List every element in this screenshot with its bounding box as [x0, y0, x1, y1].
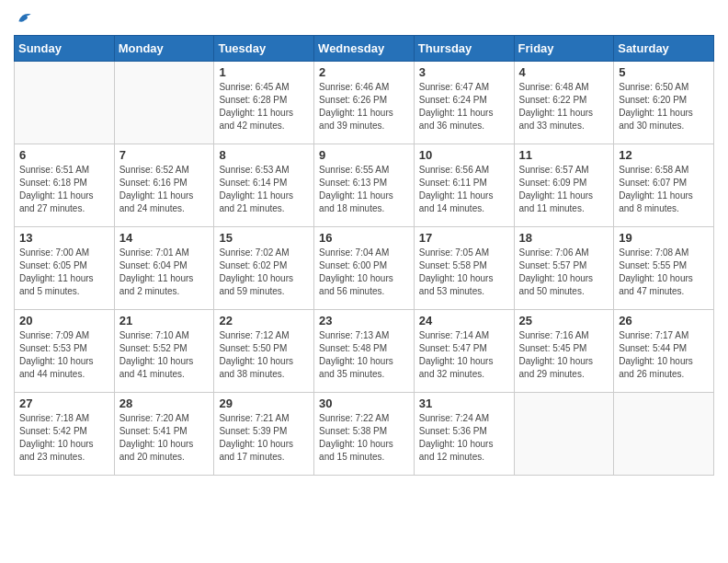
calendar-cell: [614, 393, 714, 476]
day-number: 30: [319, 396, 409, 410]
weekday-header-wednesday: Wednesday: [314, 36, 415, 62]
day-number: 1: [219, 65, 309, 79]
calendar-cell: 6Sunrise: 6:51 AM Sunset: 6:18 PM Daylig…: [15, 144, 115, 227]
day-number: 4: [519, 65, 609, 79]
calendar-cell: 26Sunrise: 7:17 AM Sunset: 5:44 PM Dayli…: [614, 310, 714, 393]
calendar-cell: 30Sunrise: 7:22 AM Sunset: 5:38 PM Dayli…: [314, 393, 415, 476]
calendar-cell: 27Sunrise: 7:18 AM Sunset: 5:42 PM Dayli…: [15, 393, 115, 476]
calendar-cell: 24Sunrise: 7:14 AM Sunset: 5:47 PM Dayli…: [414, 310, 514, 393]
day-info: Sunrise: 6:48 AM Sunset: 6:22 PM Dayligh…: [519, 81, 609, 132]
calendar-cell: 4Sunrise: 6:48 AM Sunset: 6:22 PM Daylig…: [514, 62, 614, 144]
weekday-header-friday: Friday: [514, 36, 614, 62]
calendar-cell: 5Sunrise: 6:50 AM Sunset: 6:20 PM Daylig…: [614, 62, 714, 144]
calendar-cell: 2Sunrise: 6:46 AM Sunset: 6:26 PM Daylig…: [314, 62, 415, 144]
calendar-cell: 31Sunrise: 7:24 AM Sunset: 5:36 PM Dayli…: [414, 393, 514, 476]
calendar-cell: 8Sunrise: 6:53 AM Sunset: 6:14 PM Daylig…: [214, 144, 314, 227]
calendar-cell: 29Sunrise: 7:21 AM Sunset: 5:39 PM Dayli…: [214, 393, 314, 476]
day-info: Sunrise: 7:21 AM Sunset: 5:39 PM Dayligh…: [219, 412, 309, 464]
day-number: 25: [519, 314, 609, 327]
day-number: 10: [419, 148, 509, 162]
day-number: 14: [119, 231, 210, 245]
calendar-cell: 11Sunrise: 6:57 AM Sunset: 6:09 PM Dayli…: [514, 144, 614, 227]
day-number: 26: [619, 314, 709, 327]
calendar-week-row: 27Sunrise: 7:18 AM Sunset: 5:42 PM Dayli…: [15, 393, 714, 476]
calendar-week-row: 13Sunrise: 7:00 AM Sunset: 6:05 PM Dayli…: [15, 227, 714, 310]
calendar-cell: 22Sunrise: 7:12 AM Sunset: 5:50 PM Dayli…: [214, 310, 314, 393]
day-info: Sunrise: 6:52 AM Sunset: 6:16 PM Dayligh…: [119, 164, 210, 215]
day-number: 21: [119, 314, 210, 327]
calendar-cell: 18Sunrise: 7:06 AM Sunset: 5:57 PM Dayli…: [514, 227, 614, 310]
calendar-cell: 3Sunrise: 6:47 AM Sunset: 6:24 PM Daylig…: [414, 62, 514, 144]
day-info: Sunrise: 7:24 AM Sunset: 5:36 PM Dayligh…: [419, 412, 509, 464]
day-info: Sunrise: 7:04 AM Sunset: 6:00 PM Dayligh…: [319, 247, 409, 298]
day-info: Sunrise: 7:06 AM Sunset: 5:57 PM Dayligh…: [519, 247, 609, 298]
day-number: 20: [19, 314, 109, 327]
calendar-cell: 20Sunrise: 7:09 AM Sunset: 5:53 PM Dayli…: [15, 310, 115, 393]
calendar-cell: 23Sunrise: 7:13 AM Sunset: 5:48 PM Dayli…: [314, 310, 415, 393]
logo: [14, 9, 34, 28]
day-info: Sunrise: 7:08 AM Sunset: 5:55 PM Dayligh…: [619, 247, 709, 298]
day-info: Sunrise: 6:45 AM Sunset: 6:28 PM Dayligh…: [219, 81, 309, 132]
day-number: 12: [619, 148, 709, 162]
day-number: 31: [419, 396, 509, 410]
day-info: Sunrise: 7:10 AM Sunset: 5:52 PM Dayligh…: [119, 329, 210, 381]
day-number: 6: [19, 148, 109, 162]
day-info: Sunrise: 7:00 AM Sunset: 6:05 PM Dayligh…: [19, 247, 109, 298]
calendar-cell: 14Sunrise: 7:01 AM Sunset: 6:04 PM Dayli…: [114, 227, 214, 310]
weekday-header-thursday: Thursday: [414, 36, 514, 62]
calendar-cell: 15Sunrise: 7:02 AM Sunset: 6:02 PM Dayli…: [214, 227, 314, 310]
calendar-cell: 17Sunrise: 7:05 AM Sunset: 5:58 PM Dayli…: [414, 227, 514, 310]
day-info: Sunrise: 7:22 AM Sunset: 5:38 PM Dayligh…: [319, 412, 409, 464]
day-number: 24: [419, 314, 509, 327]
day-info: Sunrise: 7:17 AM Sunset: 5:44 PM Dayligh…: [619, 329, 709, 381]
calendar-cell: 28Sunrise: 7:20 AM Sunset: 5:41 PM Dayli…: [114, 393, 214, 476]
day-info: Sunrise: 7:16 AM Sunset: 5:45 PM Dayligh…: [519, 329, 609, 381]
day-info: Sunrise: 6:47 AM Sunset: 6:24 PM Dayligh…: [419, 81, 509, 132]
day-info: Sunrise: 6:57 AM Sunset: 6:09 PM Dayligh…: [519, 164, 609, 215]
day-info: Sunrise: 7:02 AM Sunset: 6:02 PM Dayligh…: [219, 247, 309, 298]
day-info: Sunrise: 6:50 AM Sunset: 6:20 PM Dayligh…: [619, 81, 709, 132]
calendar-cell: [514, 393, 614, 476]
day-info: Sunrise: 7:13 AM Sunset: 5:48 PM Dayligh…: [319, 329, 409, 381]
calendar-cell: 1Sunrise: 6:45 AM Sunset: 6:28 PM Daylig…: [214, 62, 314, 144]
day-info: Sunrise: 6:55 AM Sunset: 6:13 PM Dayligh…: [319, 164, 409, 215]
calendar-cell: 21Sunrise: 7:10 AM Sunset: 5:52 PM Dayli…: [114, 310, 214, 393]
calendar-table: SundayMondayTuesdayWednesdayThursdayFrid…: [14, 35, 714, 476]
calendar-week-row: 20Sunrise: 7:09 AM Sunset: 5:53 PM Dayli…: [15, 310, 714, 393]
weekday-header-monday: Monday: [114, 36, 214, 62]
calendar-cell: [114, 62, 214, 144]
day-number: 15: [219, 231, 309, 245]
weekday-header-saturday: Saturday: [614, 36, 714, 62]
day-number: 27: [19, 396, 109, 410]
calendar-cell: 13Sunrise: 7:00 AM Sunset: 6:05 PM Dayli…: [15, 227, 115, 310]
page-header: [14, 9, 714, 28]
day-number: 16: [319, 231, 409, 245]
day-info: Sunrise: 7:05 AM Sunset: 5:58 PM Dayligh…: [419, 247, 509, 298]
day-info: Sunrise: 7:18 AM Sunset: 5:42 PM Dayligh…: [19, 412, 109, 464]
calendar-cell: 16Sunrise: 7:04 AM Sunset: 6:00 PM Dayli…: [314, 227, 415, 310]
day-info: Sunrise: 7:14 AM Sunset: 5:47 PM Dayligh…: [419, 329, 509, 381]
day-number: 13: [19, 231, 109, 245]
weekday-header-row: SundayMondayTuesdayWednesdayThursdayFrid…: [15, 36, 714, 62]
day-info: Sunrise: 6:51 AM Sunset: 6:18 PM Dayligh…: [19, 164, 109, 215]
day-info: Sunrise: 6:46 AM Sunset: 6:26 PM Dayligh…: [319, 81, 409, 132]
calendar-week-row: 1Sunrise: 6:45 AM Sunset: 6:28 PM Daylig…: [15, 62, 714, 144]
day-info: Sunrise: 7:12 AM Sunset: 5:50 PM Dayligh…: [219, 329, 309, 381]
day-info: Sunrise: 7:20 AM Sunset: 5:41 PM Dayligh…: [119, 412, 210, 464]
day-info: Sunrise: 7:09 AM Sunset: 5:53 PM Dayligh…: [19, 329, 109, 381]
day-number: 18: [519, 231, 609, 245]
day-number: 17: [419, 231, 509, 245]
day-number: 8: [219, 148, 309, 162]
calendar-cell: [15, 62, 115, 144]
day-number: 11: [519, 148, 609, 162]
calendar-cell: 10Sunrise: 6:56 AM Sunset: 6:11 PM Dayli…: [414, 144, 514, 227]
day-number: 23: [319, 314, 409, 327]
weekday-header-tuesday: Tuesday: [214, 36, 314, 62]
logo-bird-icon: [16, 9, 34, 28]
day-info: Sunrise: 7:01 AM Sunset: 6:04 PM Dayligh…: [119, 247, 210, 298]
calendar-cell: 7Sunrise: 6:52 AM Sunset: 6:16 PM Daylig…: [114, 144, 214, 227]
day-number: 22: [219, 314, 309, 327]
calendar-cell: 25Sunrise: 7:16 AM Sunset: 5:45 PM Dayli…: [514, 310, 614, 393]
day-number: 7: [119, 148, 210, 162]
day-number: 3: [419, 65, 509, 79]
